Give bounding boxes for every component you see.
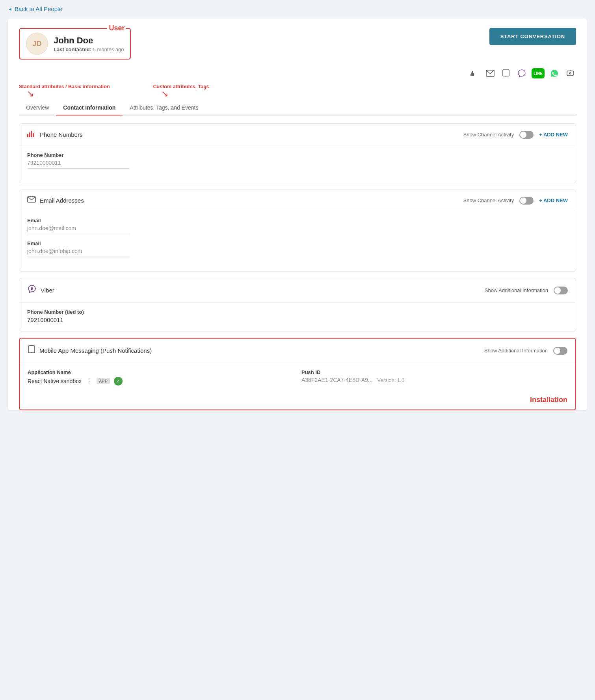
whatsapp-channel-icon[interactable]	[549, 67, 560, 79]
channel-icons-row: LINE	[19, 66, 576, 79]
mobile-app-section: Mobile App Messaging (Push Notifications…	[19, 338, 576, 410]
push-id-column: Push ID A38F2AE1-2CA7-4E8D-A9... Version…	[301, 369, 567, 383]
app-name-column: Application Name React Native sandbox ⋮ …	[28, 369, 294, 385]
custom-annotation: Custom attributes, Tags ↘	[153, 84, 209, 98]
svg-point-8	[569, 73, 571, 74]
svg-rect-12	[31, 131, 32, 137]
viber-phone-label: Phone Number (tied to)	[27, 309, 568, 315]
main-card: User JD John Doe Last contacted: 5 month…	[8, 19, 587, 410]
content-area: Phone Numbers Show Channel Activity + AD…	[19, 115, 576, 410]
phone-bars-icon	[27, 130, 36, 139]
email-field-label-2: Email	[27, 240, 568, 246]
avatar-initials: JD	[32, 40, 41, 48]
last-contacted-value: 5 months ago	[93, 47, 124, 52]
app-status-indicator: ✓	[114, 377, 123, 385]
svg-rect-11	[29, 132, 30, 137]
viber-channel-icon[interactable]	[516, 67, 528, 79]
mobile-section-controls: Show Additional Information	[484, 347, 567, 355]
email-activity-toggle[interactable]	[519, 197, 534, 205]
phone-section-controls: Show Channel Activity + ADD NEW	[463, 131, 568, 139]
viber-section-controls: Show Additional Information	[485, 287, 568, 294]
email-field-value-2: john.doe@infobip.com	[27, 248, 130, 257]
viber-section-body: Phone Number (tied to) 79210000011	[19, 303, 576, 331]
email-envelope-icon	[27, 196, 36, 205]
phone-field-value: 79210000011	[27, 160, 130, 169]
svg-rect-13	[33, 133, 34, 137]
phone-activity-toggle[interactable]	[519, 131, 534, 139]
other-channel-icon[interactable]	[564, 67, 576, 79]
mobile-section-body: Application Name React Native sandbox ⋮ …	[20, 363, 575, 393]
tab-contact-info[interactable]: Contact Information	[56, 101, 123, 115]
svg-rect-15	[28, 346, 35, 353]
email-show-activity-label: Show Channel Activity	[463, 197, 514, 203]
viber-show-info-label: Show Additional Information	[485, 287, 548, 293]
email-section-controls: Show Channel Activity + ADD NEW	[463, 197, 568, 205]
mobile-info-toggle[interactable]	[553, 347, 567, 355]
viber-phone-value: 79210000011	[27, 316, 568, 323]
voice-channel-icon[interactable]	[469, 67, 480, 79]
phone-show-activity-label: Show Channel Activity	[463, 132, 514, 138]
svg-rect-5	[503, 70, 509, 76]
viber-info-toggle[interactable]	[554, 287, 568, 294]
phone-section-title: Phone Numbers	[27, 130, 82, 139]
push-id-value: A38F2AE1-2CA7-4E8D-A9...	[301, 377, 373, 383]
mobile-app-row: Application Name React Native sandbox ⋮ …	[28, 369, 567, 385]
line-channel-icon[interactable]: LINE	[532, 68, 545, 78]
phone-section-header: Phone Numbers Show Channel Activity + AD…	[19, 124, 576, 146]
phone-section-label: Phone Numbers	[40, 131, 82, 138]
back-label: Back to All People	[15, 6, 62, 12]
last-contacted-label: Last contacted:	[54, 47, 91, 52]
start-conversation-button[interactable]: START CONVERSATION	[489, 28, 576, 45]
email-field-value-1: john.doe@mail.com	[27, 225, 130, 234]
mobile-section-header: Mobile App Messaging (Push Notifications…	[20, 339, 575, 363]
app-dots-menu[interactable]: ⋮	[86, 377, 93, 385]
mobile-section-label: Mobile App Messaging (Push Notifications…	[39, 347, 152, 354]
tabs-bar: Overview Contact Information Attributes,…	[19, 101, 576, 115]
last-contacted: Last contacted: 5 months ago	[54, 47, 124, 52]
viber-section-header: Viber Show Additional Information	[19, 278, 576, 303]
profile-card: User JD John Doe Last contacted: 5 month…	[19, 28, 131, 60]
user-badge: User	[107, 24, 126, 32]
profile-header: User JD John Doe Last contacted: 5 month…	[19, 28, 576, 60]
mobile-show-info-label: Show Additional Information	[484, 348, 548, 354]
email-section-label: Email Addresses	[40, 197, 84, 204]
push-id-label: Push ID	[301, 369, 567, 375]
phone-field-label: Phone Number	[27, 152, 568, 158]
tab-overview[interactable]: Overview	[19, 101, 56, 115]
annotations: Standard attributes / Basic information …	[19, 84, 576, 98]
back-link[interactable]: Back to All People	[8, 6, 587, 12]
viber-section: Viber Show Additional Information Phone …	[19, 278, 576, 331]
email-section-body: Email john.doe@mail.com Email john.doe@i…	[19, 211, 576, 271]
version-label: Version: 1.0	[377, 377, 405, 383]
app-status-label: APP	[97, 378, 110, 384]
phone-add-new-link[interactable]: + ADD NEW	[539, 132, 568, 138]
viber-icon	[27, 285, 37, 296]
email-section-header: Email Addresses Show Channel Activity + …	[19, 190, 576, 211]
profile-name: John Doe	[54, 35, 124, 46]
push-channel-icon[interactable]	[500, 67, 512, 79]
email-add-new-link[interactable]: + ADD NEW	[539, 197, 568, 203]
mobile-push-icon	[28, 345, 35, 356]
tab-attributes[interactable]: Attributes, Tags, and Events	[123, 101, 205, 115]
viber-section-title: Viber	[27, 285, 54, 296]
phone-section-body: Phone Number 79210000011	[19, 146, 576, 183]
profile-info: John Doe Last contacted: 5 months ago	[54, 35, 124, 52]
avatar: JD	[26, 33, 48, 55]
email-section: Email Addresses Show Channel Activity + …	[19, 190, 576, 272]
viber-section-label: Viber	[41, 287, 54, 294]
email-field-label-1: Email	[27, 218, 568, 223]
app-name-value: React Native sandbox	[28, 378, 82, 384]
custom-arrow: ↘	[161, 89, 168, 98]
app-name-label: Application Name	[28, 369, 294, 375]
standard-arrow: ↘	[27, 89, 34, 98]
installation-badge: Installation	[20, 393, 575, 410]
standard-annotation: Standard attributes / Basic information …	[19, 84, 110, 98]
svg-point-17	[31, 352, 32, 353]
email-channel-icon[interactable]	[484, 67, 496, 79]
phone-numbers-section: Phone Numbers Show Channel Activity + AD…	[19, 123, 576, 183]
email-section-title: Email Addresses	[27, 196, 84, 205]
svg-rect-7	[567, 71, 573, 76]
svg-rect-10	[27, 134, 28, 137]
mobile-section-title: Mobile App Messaging (Push Notifications…	[28, 345, 152, 356]
